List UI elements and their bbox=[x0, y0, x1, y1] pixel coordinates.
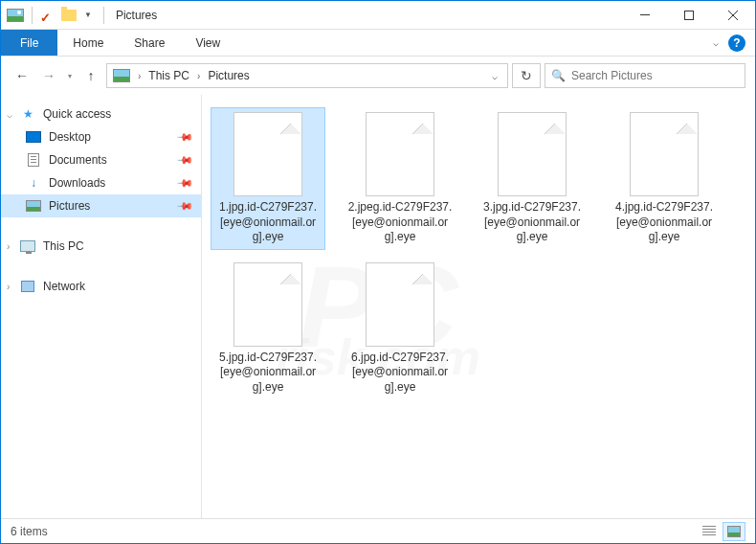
tab-share[interactable]: Share bbox=[119, 30, 180, 56]
pc-icon bbox=[20, 238, 35, 254]
recent-locations-icon[interactable]: ▾ bbox=[64, 72, 76, 80]
breadcrumb-item-thispc[interactable]: This PC bbox=[146, 69, 191, 82]
file-item[interactable]: 5.jpg.id-C279F237.[eye@onionmail.org].ey… bbox=[211, 259, 324, 399]
minimize-icon bbox=[640, 14, 650, 15]
title-separator bbox=[103, 7, 104, 24]
pin-icon: 📌 bbox=[175, 196, 193, 215]
sidebar-item-label: Network bbox=[43, 280, 85, 293]
svg-rect-0 bbox=[640, 14, 650, 15]
up-button[interactable]: ↑ bbox=[79, 64, 102, 87]
sidebar-item-label: Quick access bbox=[43, 107, 111, 121]
quick-access-group: ⌵ ★ Quick access Desktop📌Documents📌↓Down… bbox=[1, 102, 201, 217]
window-controls bbox=[623, 1, 755, 30]
file-tab[interactable]: File bbox=[1, 30, 57, 56]
file-name-label: 5.jpg.id-C279F237.[eye@onionmail.org].ey… bbox=[215, 351, 321, 396]
chevron-right-icon[interactable]: › bbox=[193, 71, 204, 81]
file-item[interactable]: 3.jpg.id-C279F237.[eye@onionmail.org].ey… bbox=[476, 108, 589, 249]
network-icon bbox=[20, 279, 35, 294]
file-name-label: 2.jpeg.id-C279F237.[eye@onionmail.org].e… bbox=[347, 200, 453, 245]
file-name-label: 3.jpg.id-C279F237.[eye@onionmail.org].ey… bbox=[479, 200, 585, 245]
view-switcher bbox=[698, 522, 745, 541]
file-item[interactable]: 2.jpeg.id-C279F237.[eye@onionmail.org].e… bbox=[344, 108, 456, 249]
sidebar-item-label: Desktop bbox=[49, 130, 91, 144]
svg-rect-1 bbox=[685, 11, 694, 19]
forward-button[interactable]: → bbox=[37, 64, 60, 87]
quick-access-toolbar: ▼ Pictures bbox=[1, 7, 163, 24]
breadcrumb[interactable]: › This PC › Pictures ⌵ bbox=[106, 63, 508, 88]
navigation-pane: ⌵ ★ Quick access Desktop📌Documents📌↓Down… bbox=[1, 95, 202, 518]
qat-separator bbox=[32, 7, 33, 24]
file-icon bbox=[366, 112, 434, 196]
search-input[interactable] bbox=[571, 69, 739, 82]
file-grid[interactable]: 1.jpg.id-C279F237.[eye@onionmail.org].ey… bbox=[202, 95, 755, 518]
breadcrumb-dropdown-icon[interactable]: ⌵ bbox=[486, 71, 503, 81]
large-icons-view-button[interactable] bbox=[723, 522, 745, 541]
ribbon-collapse-icon[interactable]: ⌵ bbox=[713, 37, 719, 48]
close-icon bbox=[728, 11, 738, 20]
sidebar-item-label: This PC bbox=[43, 239, 84, 253]
this-pc-group: › This PC bbox=[1, 235, 201, 258]
ribbon: File Home Share View ⌵ ? bbox=[1, 30, 755, 57]
sidebar-item-label: Downloads bbox=[49, 176, 105, 190]
chevron-right-icon[interactable]: › bbox=[134, 71, 145, 81]
chevron-right-icon[interactable]: › bbox=[7, 282, 10, 292]
sidebar-this-pc[interactable]: › This PC bbox=[1, 235, 201, 258]
status-item-count: 6 items bbox=[11, 525, 48, 538]
refresh-button[interactable]: ↻ bbox=[512, 63, 541, 88]
explorer-window: ▼ Pictures File Home Share View ⌵ ? ← → bbox=[0, 0, 756, 544]
maximize-button[interactable] bbox=[667, 1, 711, 30]
search-icon: 🔍 bbox=[551, 69, 566, 82]
qat-dropdown-icon[interactable]: ▼ bbox=[84, 11, 92, 19]
file-item[interactable]: 1.jpg.id-C279F237.[eye@onionmail.org].ey… bbox=[211, 108, 324, 249]
sidebar-item-pictures[interactable]: Pictures📌 bbox=[1, 194, 201, 217]
help-icon[interactable]: ? bbox=[728, 34, 745, 52]
back-button[interactable]: ← bbox=[11, 64, 33, 87]
maximize-icon bbox=[684, 11, 694, 20]
file-icon bbox=[366, 262, 434, 347]
chevron-down-icon[interactable]: ⌵ bbox=[7, 109, 12, 120]
tab-home[interactable]: Home bbox=[57, 30, 119, 56]
file-icon bbox=[233, 262, 302, 347]
app-icon bbox=[7, 9, 24, 22]
pin-icon: 📌 bbox=[175, 127, 193, 146]
close-button[interactable] bbox=[711, 1, 755, 30]
dl-icon: ↓ bbox=[26, 175, 41, 191]
titlebar: ▼ Pictures bbox=[1, 1, 755, 30]
window-title: Pictures bbox=[116, 9, 157, 22]
file-name-label: 1.jpg.id-C279F237.[eye@onionmail.org].ey… bbox=[215, 200, 321, 245]
breadcrumb-item-pictures[interactable]: Pictures bbox=[206, 69, 251, 82]
address-bar: ← → ▾ ↑ › This PC › Pictures ⌵ ↻ 🔍 bbox=[1, 57, 755, 95]
status-bar: 6 items bbox=[1, 518, 755, 543]
new-folder-icon[interactable] bbox=[61, 10, 77, 21]
pin-icon: 📌 bbox=[175, 150, 193, 169]
minimize-button[interactable] bbox=[623, 1, 667, 30]
doc-icon bbox=[26, 152, 41, 168]
file-name-label: 6.jpg.id-C279F237.[eye@onionmail.org].ey… bbox=[347, 351, 453, 396]
sidebar-item-documents[interactable]: Documents📌 bbox=[1, 148, 201, 171]
sidebar-item-downloads[interactable]: ↓Downloads📌 bbox=[1, 171, 201, 194]
file-item[interactable]: 4.jpg.id-C279F237.[eye@onionmail.org].ey… bbox=[608, 108, 721, 249]
file-item[interactable]: 6.jpg.id-C279F237.[eye@onionmail.org].ey… bbox=[344, 259, 456, 399]
tab-view[interactable]: View bbox=[180, 30, 235, 56]
details-view-button[interactable] bbox=[698, 522, 721, 541]
sidebar-item-desktop[interactable]: Desktop📌 bbox=[1, 125, 201, 148]
chevron-right-icon[interactable]: › bbox=[7, 241, 10, 252]
breadcrumb-location-icon bbox=[113, 69, 130, 82]
sidebar-item-label: Documents bbox=[49, 153, 107, 167]
properties-icon[interactable] bbox=[40, 9, 54, 22]
file-icon bbox=[498, 112, 567, 196]
body-area: PC risk.com ⌵ ★ Quick access Desktop📌Doc… bbox=[1, 95, 755, 518]
pic-icon bbox=[26, 198, 41, 214]
network-group: › Network bbox=[1, 275, 201, 298]
sidebar-network[interactable]: › Network bbox=[1, 275, 201, 298]
file-icon bbox=[630, 112, 699, 196]
search-box[interactable]: 🔍 bbox=[545, 63, 745, 88]
star-icon: ★ bbox=[20, 106, 35, 122]
file-name-label: 4.jpg.id-C279F237.[eye@onionmail.org].ey… bbox=[611, 200, 717, 245]
details-view-icon bbox=[702, 526, 716, 537]
file-icon bbox=[233, 112, 302, 196]
ribbon-right: ⌵ ? bbox=[713, 34, 755, 52]
sidebar-quick-access[interactable]: ⌵ ★ Quick access bbox=[1, 102, 201, 125]
pin-icon: 📌 bbox=[175, 173, 193, 192]
large-icons-view-icon bbox=[727, 526, 741, 537]
